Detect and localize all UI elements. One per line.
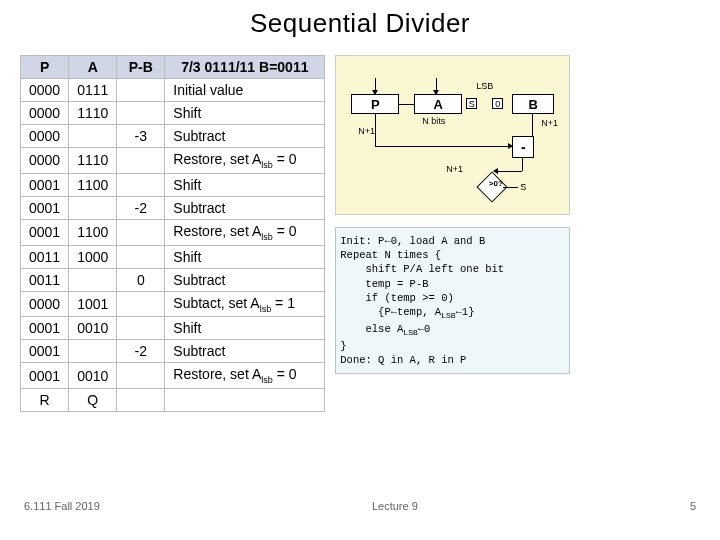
cell-desc: Shift	[165, 173, 325, 196]
cell-pb	[117, 148, 165, 174]
cell-a: 1001	[69, 291, 117, 317]
wire	[399, 104, 414, 105]
cell-desc: Subtract	[165, 268, 325, 291]
cell-desc: Shift	[165, 317, 325, 340]
table-row: 0001-2Subtract	[21, 196, 325, 219]
cell-desc: Subtract	[165, 125, 325, 148]
footer-center: Lecture 9	[372, 500, 418, 512]
cell-p: 0001	[21, 173, 69, 196]
cell-pb: -3	[117, 125, 165, 148]
cell-desc	[165, 389, 325, 412]
table-row: 00000111Initial value	[21, 79, 325, 102]
cell-desc: Initial value	[165, 79, 325, 102]
col-p: P	[21, 56, 69, 79]
table-row: 00111000Shift	[21, 245, 325, 268]
cell-pb	[117, 219, 165, 245]
col-desc: 7/3 0111/11 B=0011	[165, 56, 325, 79]
subtractor: -	[512, 136, 534, 158]
cell-desc: Subtract	[165, 340, 325, 363]
cell-a: 0111	[69, 79, 117, 102]
cell-a: 1100	[69, 219, 117, 245]
b-msb-box: 0	[492, 98, 503, 109]
block-diagram: P A B S 0 LSB N bits N+1 N+1 N+1 - >0? S	[335, 55, 570, 215]
a-lsb-box: S	[466, 98, 477, 109]
wire	[375, 146, 512, 147]
wire	[494, 171, 522, 172]
footer-right: 5	[690, 500, 696, 512]
table-row: 00110Subtract	[21, 268, 325, 291]
cell-pb	[117, 389, 165, 412]
nbits-label: N bits	[422, 116, 445, 126]
table-row: 00010010Shift	[21, 317, 325, 340]
cell-pb: -2	[117, 340, 165, 363]
cell-desc: Restore, set Alsb = 0	[165, 219, 325, 245]
cell-desc: Subtract	[165, 196, 325, 219]
cell-a	[69, 268, 117, 291]
cell-desc: Subtact, set Alsb = 1	[165, 291, 325, 317]
cell-p: 0000	[21, 79, 69, 102]
table-row: 00010010Restore, set Alsb = 0	[21, 363, 325, 389]
col-a: A	[69, 56, 117, 79]
trace-table: P A P-B 7/3 0111/11 B=0011 00000111Initi…	[20, 55, 325, 412]
cell-p: 0000	[21, 148, 69, 174]
cell-a: 1000	[69, 245, 117, 268]
cell-p: 0011	[21, 245, 69, 268]
cell-a	[69, 340, 117, 363]
cell-a	[69, 125, 117, 148]
cell-p: 0001	[21, 196, 69, 219]
cell-pb: 0	[117, 268, 165, 291]
cell-pb	[117, 363, 165, 389]
cell-pb	[117, 102, 165, 125]
wire	[375, 78, 376, 94]
wire	[503, 187, 518, 188]
content-area: P A P-B 7/3 0111/11 B=0011 00000111Initi…	[0, 43, 720, 412]
cell-a	[69, 196, 117, 219]
cell-a: 0010	[69, 363, 117, 389]
footer-left: 6.111 Fall 2019	[24, 500, 100, 512]
table-row: 00001110Shift	[21, 102, 325, 125]
cell-desc: Restore, set Alsb = 0	[165, 363, 325, 389]
cell-pb: -2	[117, 196, 165, 219]
table-row: 00011100Shift	[21, 173, 325, 196]
table-row: 0000-3Subtract	[21, 125, 325, 148]
cell-pb	[117, 173, 165, 196]
cell-p: 0001	[21, 363, 69, 389]
cell-p: 0000	[21, 102, 69, 125]
wire	[532, 114, 533, 136]
np1-c: N+1	[446, 164, 463, 174]
cell-pb	[117, 317, 165, 340]
reg-a: A	[414, 94, 462, 114]
cell-a: 1100	[69, 173, 117, 196]
np1-b: N+1	[541, 118, 558, 128]
wire	[436, 78, 437, 94]
right-column: P A B S 0 LSB N bits N+1 N+1 N+1 - >0? S	[335, 55, 708, 374]
cell-pb	[117, 245, 165, 268]
cell-desc: Shift	[165, 245, 325, 268]
cell-a: 1110	[69, 102, 117, 125]
cell-p: 0001	[21, 340, 69, 363]
cell-p: 0011	[21, 268, 69, 291]
col-pb: P-B	[117, 56, 165, 79]
cell-desc: Shift	[165, 102, 325, 125]
table-row: 00001001Subtact, set Alsb = 1	[21, 291, 325, 317]
cell-pb	[117, 79, 165, 102]
cell-p: 0000	[21, 125, 69, 148]
cell-a: 1110	[69, 148, 117, 174]
cell-pb	[117, 291, 165, 317]
cell-a: 0010	[69, 317, 117, 340]
wire	[375, 114, 376, 146]
trace-body: 00000111Initial value00001110Shift0000-3…	[21, 79, 325, 412]
footer: 6.111 Fall 2019 Lecture 9 5	[0, 500, 720, 512]
cell-p: 0000	[21, 291, 69, 317]
algorithm-box: Init: P←0, load A and B Repeat N times {…	[335, 227, 570, 374]
reg-b: B	[512, 94, 554, 114]
table-row: 00001110Restore, set Alsb = 0	[21, 148, 325, 174]
np1-a: N+1	[358, 126, 375, 136]
cell-p: R	[21, 389, 69, 412]
page-title: Sequential Divider	[0, 0, 720, 43]
cell-a: Q	[69, 389, 117, 412]
table-row: 0001-2Subtract	[21, 340, 325, 363]
wire	[522, 158, 523, 171]
s-out: S	[520, 182, 526, 192]
lsb-label: LSB	[476, 81, 493, 91]
